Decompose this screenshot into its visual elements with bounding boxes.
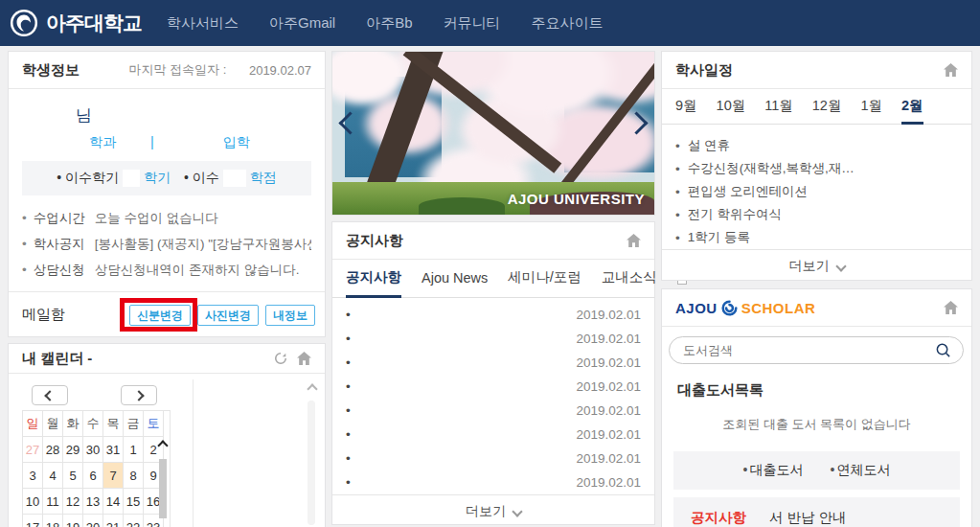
nav-item-주요사이트[interactable]: 주요사이트	[532, 14, 604, 33]
schedule-item-text: 수강신청(재학생,복학생,재…	[688, 160, 855, 177]
calendar-side-scrollbar[interactable]	[308, 401, 315, 525]
bullet-icon: •	[675, 185, 680, 199]
nav-item-학사서비스[interactable]: 학사서비스	[167, 14, 239, 33]
schedule-item[interactable]: •1학기 등록	[675, 226, 958, 249]
home-icon[interactable]	[944, 301, 958, 314]
schedule-item-text: 1학기 등록	[688, 229, 750, 246]
tab-공지사항[interactable]: 공지사항	[346, 260, 401, 298]
info-row[interactable]: •수업시간오늘 수업이 없습니다	[22, 211, 311, 226]
calendar-day-cell[interactable]: 20	[83, 515, 103, 527]
refresh-icon[interactable]	[274, 352, 287, 365]
notice-item[interactable]: •2019.02.01	[346, 303, 641, 327]
home-icon[interactable]	[944, 63, 958, 77]
book-search-input[interactable]	[681, 342, 935, 358]
calendar-day-cell[interactable]: 17	[23, 515, 43, 527]
navbar: 아주대학교 학사서비스아주Gmail아주Bb커뮤니티주요사이트	[0, 0, 980, 46]
notice-item[interactable]: •2019.02.01	[346, 423, 641, 447]
calendar-day-cell[interactable]: 29	[63, 437, 83, 463]
side-scroll-up-icon[interactable]	[307, 383, 317, 394]
notice-card: 공지사항 공지사항Ajou News세미나/포럼교내소식 •2019.02.01…	[331, 221, 655, 525]
month-tab-11월[interactable]: 11월	[764, 89, 793, 125]
calendar-day-cell[interactable]: 28	[43, 437, 63, 463]
calendar-day-cell[interactable]: 6	[83, 463, 103, 489]
notice-item[interactable]: •2019.02.01	[346, 327, 641, 351]
calendar-day-cell[interactable]: 14	[103, 489, 124, 515]
calendar-day-cell[interactable]: 12	[63, 489, 83, 515]
calendar-day-cell[interactable]: 19	[63, 515, 83, 527]
schedule-item[interactable]: •수강신청(재학생,복학생,재…	[675, 157, 958, 180]
credit-stat-box: • 이수학기 학기 • 이수 학점	[22, 161, 311, 195]
scholar-logo[interactable]: AJOU SCHOLAR	[675, 300, 815, 316]
bullet-icon: •	[743, 462, 748, 477]
tab-Ajou News[interactable]: Ajou News	[422, 260, 488, 298]
calendar-day-cell[interactable]: 3	[23, 463, 43, 489]
calendar-day-cell[interactable]: 10	[23, 489, 43, 515]
notice-more-button[interactable]: 더보기	[332, 494, 654, 527]
calendar-day-cell[interactable]: 21	[103, 515, 124, 527]
calendar-table: 일월화수목금토 27282930311234567891011121314151…	[22, 410, 164, 527]
calendar-day-cell[interactable]: 31	[103, 437, 124, 463]
notice-item[interactable]: •2019.02.01	[346, 470, 641, 494]
info-label: 상담신청	[34, 263, 85, 278]
calendar-day-cell[interactable]: 7	[103, 463, 124, 489]
calendar-day-cell[interactable]: 11	[43, 489, 63, 515]
button-사진변경[interactable]: 사진변경	[197, 305, 259, 326]
calendar-day-cell[interactable]: 30	[83, 437, 103, 463]
calendar-next-button[interactable]	[121, 385, 157, 405]
bullet-icon: •	[22, 211, 27, 226]
nav-item-아주Bb[interactable]: 아주Bb	[366, 14, 412, 33]
scholar-swirl-icon	[721, 300, 738, 316]
bullet-icon: •	[346, 403, 351, 418]
button-내정보[interactable]: 내정보	[265, 305, 315, 326]
tab-세미나/포럼[interactable]: 세미나/포럼	[508, 260, 581, 298]
notice-item[interactable]: •2019.02.01	[346, 375, 641, 399]
mailbox-label[interactable]: 메일함	[22, 306, 65, 324]
logo-text: 아주대학교	[46, 10, 142, 36]
schedule-item[interactable]: •편입생 오리엔테이션	[675, 180, 958, 203]
month-tab-2월[interactable]: 2월	[901, 89, 923, 125]
notice-item[interactable]: •2019.02.01	[346, 447, 641, 470]
month-tab-9월[interactable]: 9월	[675, 89, 697, 125]
month-tab-10월[interactable]: 10월	[717, 89, 746, 125]
chevron-down-icon	[835, 261, 846, 271]
semester-unit: 학기	[144, 170, 171, 187]
calendar-day-cell[interactable]: 22	[124, 515, 144, 527]
scrollbar-thumb[interactable]	[159, 459, 167, 518]
calendar-day-cell[interactable]: 1	[124, 437, 144, 463]
calendar-day-cell[interactable]: 15	[124, 489, 144, 515]
calendar-day-cell[interactable]: 27	[23, 437, 43, 463]
library-notice-row[interactable]: 공지사항 서 반납 안내	[673, 497, 960, 527]
home-icon[interactable]	[297, 352, 311, 365]
schedule-item[interactable]: •설 연휴	[675, 134, 958, 157]
notice-item-date: 2019.02.01	[576, 403, 641, 418]
student-info-card: 학생정보 마지막 접속일자 : 2019.02.07 님 학과 | 입학 • 이…	[8, 51, 326, 337]
info-label: 수업시간	[34, 211, 85, 226]
bullet-icon: •	[346, 308, 351, 322]
calendar-day-cell[interactable]: 8	[124, 463, 144, 489]
month-tab-12월[interactable]: 12월	[812, 89, 842, 125]
bullet-icon: •	[22, 263, 27, 278]
nav-item-커뮤니티[interactable]: 커뮤니티	[444, 14, 501, 33]
notice-item[interactable]: •2019.02.01	[346, 351, 641, 375]
schedule-item[interactable]: •전기 학위수여식	[675, 203, 958, 226]
tab-교내소식[interactable]: 교내소식	[602, 260, 657, 298]
nav-item-아주Gmail[interactable]: 아주Gmail	[269, 14, 335, 33]
home-icon[interactable]	[627, 234, 641, 247]
month-tab-1월[interactable]: 1월	[860, 89, 882, 125]
calendar-day-cell[interactable]: 18	[43, 515, 63, 527]
schedule-more-button[interactable]: 더보기	[662, 249, 971, 282]
calendar-prev-button[interactable]	[32, 385, 68, 405]
loan-tab-대출도서[interactable]: •대출도서	[743, 462, 804, 479]
calendar-panel-title: 내 캘린더 -	[22, 350, 92, 368]
button-신분변경[interactable]: 신분변경	[129, 305, 191, 326]
notice-item[interactable]: •2019.02.01	[346, 399, 641, 423]
calendar-inner-scrollbar[interactable]	[156, 410, 171, 527]
calendar-day-cell[interactable]: 5	[63, 463, 83, 489]
university-logo[interactable]: 아주대학교	[10, 9, 142, 37]
calendar-day-cell[interactable]: 13	[83, 489, 103, 515]
info-row[interactable]: •학사공지[봉사활동] (재공지) "[강남구자원봉사센터]…	[22, 237, 311, 252]
loan-tab-연체도서[interactable]: •연체도서	[831, 462, 891, 479]
info-row[interactable]: •상담신청상담신청내역이 존재하지 않습니다.	[22, 263, 311, 278]
search-icon[interactable]	[935, 342, 951, 358]
calendar-day-cell[interactable]: 4	[43, 463, 63, 489]
